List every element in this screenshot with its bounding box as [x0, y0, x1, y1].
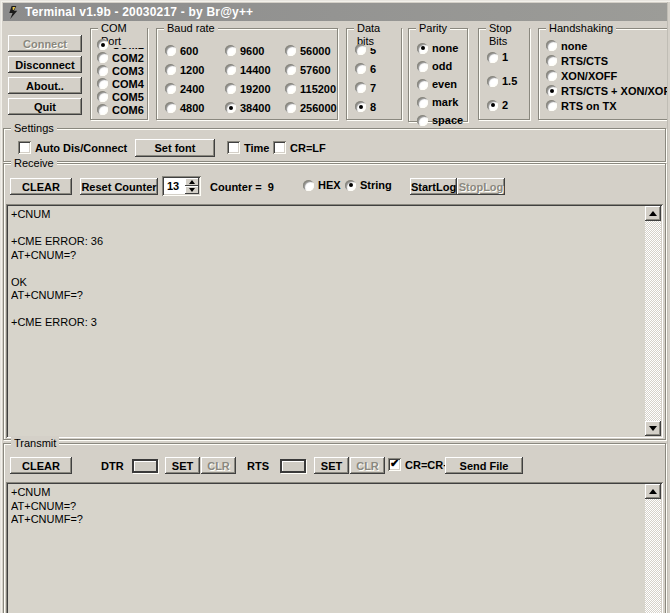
title-bar[interactable]: Terminal v1.9b - 20030217 - by Br@y++	[3, 3, 667, 21]
send-file-button[interactable]: Send File	[445, 457, 523, 474]
terminal-line: AT+CNUMF=?	[11, 289, 639, 303]
handshaking-group: Handshaking none RTS/CTS XON/XOFF RTS/CT…	[538, 28, 670, 120]
dtr-set-button[interactable]: SET	[165, 457, 200, 474]
radio-databits-7[interactable]: 7	[355, 78, 401, 97]
radio-icon	[417, 43, 428, 54]
transmit-terminal-area[interactable]: +CNUM AT+CNUM=? AT+CNUMF=?	[6, 482, 663, 613]
radio-com3[interactable]: COM3	[97, 64, 147, 77]
terminal-line: AT+CNUM=?	[11, 500, 639, 514]
rts-indicator	[280, 459, 306, 473]
radio-label: 256000	[300, 102, 337, 114]
radio-label: 2	[502, 99, 508, 111]
radio-baud-56000[interactable]: 56000	[285, 41, 337, 60]
down-arrow-icon	[189, 188, 195, 192]
radio-string[interactable]: String	[345, 179, 392, 191]
terminal-line: AT+CNUM=?	[11, 249, 639, 263]
radio-label: 8	[370, 101, 376, 113]
counter-spinner[interactable]: 13	[162, 176, 201, 196]
receive-terminal-area[interactable]: +CNUM +CME ERROR: 36 AT+CNUM=? OK AT+CNU…	[6, 204, 663, 438]
baud-rate-group: Baud rate 600 1200 2400 4800 9600 14400 …	[156, 28, 338, 120]
stop-log-button[interactable]: StopLog	[457, 178, 505, 195]
radio-icon	[285, 45, 296, 56]
connect-button[interactable]: Connect	[8, 35, 82, 52]
counter-readout: Counter = 9	[210, 181, 274, 193]
radio-databits-8[interactable]: 8	[355, 97, 401, 116]
spinner-down-button[interactable]	[185, 186, 199, 194]
radio-parity-odd[interactable]: odd	[417, 57, 467, 75]
radio-label: COM2	[112, 52, 144, 64]
scroll-up-button[interactable]	[645, 484, 661, 499]
radio-baud-4800[interactable]: 4800	[165, 98, 225, 117]
parity-group: Parity none odd even mark space	[408, 28, 468, 122]
radio-label: 9600	[240, 45, 264, 57]
radio-handshake-rtscts-xonxoff[interactable]: RTS/CTS + XON/XOFF	[546, 83, 670, 98]
radio-icon	[345, 180, 356, 191]
scroll-down-button[interactable]	[645, 421, 661, 436]
scroll-up-button[interactable]	[645, 206, 661, 221]
radio-icon	[546, 85, 557, 96]
radio-baud-38400[interactable]: 38400	[225, 98, 285, 117]
about-button[interactable]: About..	[8, 77, 82, 94]
cr-lf-checkbox[interactable]: CR=LF	[273, 141, 326, 154]
data-bits-group: Data bits 5 6 7 8	[346, 28, 402, 120]
radio-baud-1200[interactable]: 1200	[165, 60, 225, 79]
checkbox-label: CR=LF	[290, 142, 326, 154]
radio-handshake-rts-on-tx[interactable]: RTS on TX	[546, 98, 670, 113]
time-checkbox[interactable]: Time	[227, 141, 269, 154]
radio-icon	[546, 100, 557, 111]
radio-label: 1	[502, 51, 508, 63]
radio-baud-14400[interactable]: 14400	[225, 60, 285, 79]
terminal-line	[11, 222, 639, 236]
radio-hex[interactable]: HEX	[303, 179, 341, 191]
receive-clear-button[interactable]: CLEAR	[10, 178, 72, 195]
radio-icon	[285, 83, 296, 94]
radio-parity-none[interactable]: none	[417, 39, 467, 57]
reset-counter-button[interactable]: Reset Counter	[80, 178, 158, 195]
radio-parity-even[interactable]: even	[417, 75, 467, 93]
radio-parity-mark[interactable]: mark	[417, 93, 467, 111]
radio-baud-57600[interactable]: 57600	[285, 60, 337, 79]
radio-parity-space[interactable]: space	[417, 111, 467, 129]
radio-com5[interactable]: COM5	[97, 90, 147, 103]
radio-icon	[97, 78, 108, 89]
transmit-clear-button[interactable]: CLEAR	[10, 457, 72, 474]
radio-label: COM6	[112, 104, 144, 116]
quit-button[interactable]: Quit	[8, 98, 82, 115]
radio-com2[interactable]: COM2	[97, 51, 147, 64]
radio-baud-19200[interactable]: 19200	[225, 79, 285, 98]
radio-label: 56000	[300, 45, 331, 57]
stop-bits-group: Stop Bits 1 1.5 2	[478, 28, 530, 120]
disconnect-button[interactable]: Disconnect	[8, 56, 82, 73]
rts-clr-button[interactable]: CLR	[350, 457, 385, 474]
radio-stopbits-1[interactable]: 1	[487, 45, 529, 69]
radio-handshake-xonxoff[interactable]: XON/XOFF	[546, 68, 670, 83]
radio-stopbits-1-5[interactable]: 1.5	[487, 69, 529, 93]
radio-databits-6[interactable]: 6	[355, 59, 401, 78]
radio-baud-115200[interactable]: 115200	[285, 79, 337, 98]
spinner-up-button[interactable]	[185, 178, 199, 186]
radio-baud-9600[interactable]: 9600	[225, 41, 285, 60]
radio-stopbits-2[interactable]: 2	[487, 93, 529, 117]
radio-label: RTS/CTS + XON/XOFF	[561, 85, 670, 97]
radio-handshake-rtscts[interactable]: RTS/CTS	[546, 53, 670, 68]
set-font-button[interactable]: Set font	[135, 139, 215, 157]
radio-handshake-none[interactable]: none	[546, 38, 670, 53]
radio-icon	[546, 40, 557, 51]
terminal-line: AT+CNUMF=?	[11, 513, 639, 527]
radio-label: 4800	[180, 102, 204, 114]
baud-rate-group-label: Baud rate	[164, 22, 218, 35]
transmit-scrollbar[interactable]	[645, 484, 661, 613]
rts-set-button[interactable]: SET	[314, 457, 349, 474]
radio-label: RTS/CTS	[561, 55, 608, 67]
auto-dis-connect-checkbox[interactable]: Auto Dis/Connect	[18, 141, 127, 154]
dtr-clr-button[interactable]: CLR	[201, 457, 236, 474]
terminal-line: +CNUM	[11, 208, 639, 222]
receive-scrollbar[interactable]	[645, 206, 661, 436]
radio-baud-256000[interactable]: 256000	[285, 98, 337, 117]
radio-baud-2400[interactable]: 2400	[165, 79, 225, 98]
radio-label: HEX	[318, 179, 341, 191]
radio-com6[interactable]: COM6	[97, 103, 147, 116]
start-log-button[interactable]: StartLog	[410, 178, 457, 195]
radio-baud-600[interactable]: 600	[165, 41, 225, 60]
radio-com4[interactable]: COM4	[97, 77, 147, 90]
